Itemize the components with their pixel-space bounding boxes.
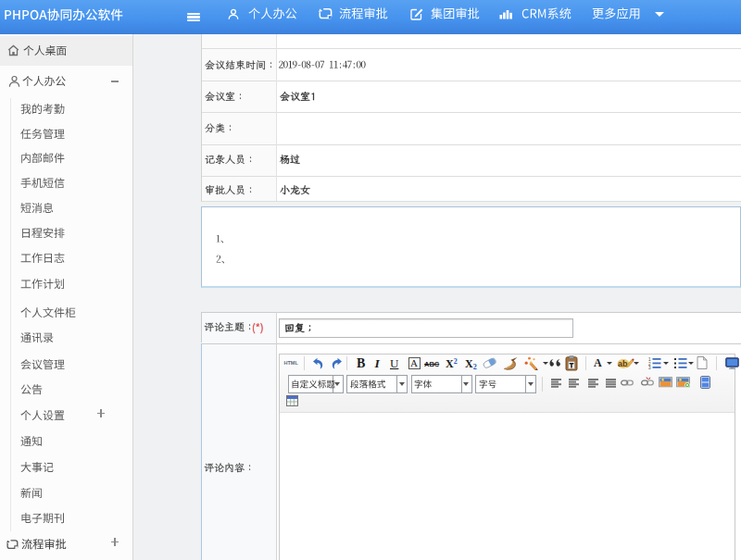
svg-text:3: 3 (648, 366, 651, 369)
